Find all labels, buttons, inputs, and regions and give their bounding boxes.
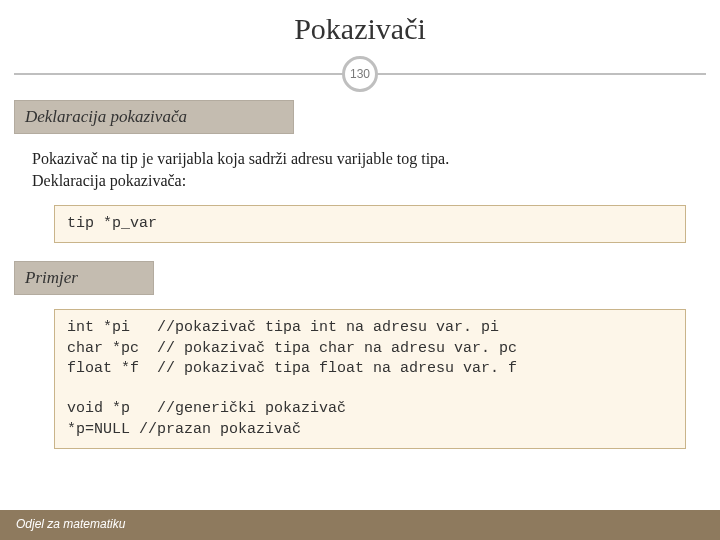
code-box-example: int *pi //pokazivač tipa int na adresu v… [54,309,686,449]
slide: Pokazivači 130 Deklaracija pokazivača Po… [0,0,720,540]
section-header-declaration: Deklaracija pokazivača [14,100,294,134]
section-header-example: Primjer [14,261,154,295]
page-title: Pokazivači [14,12,706,46]
title-divider: 130 [14,56,706,92]
body-line-1: Pokazivač na tip je varijabla koja sadrž… [32,150,449,167]
body-line-2: Deklaracija pokazivača: [32,172,186,189]
page-number-badge: 130 [342,56,378,92]
body-text: Pokazivač na tip je varijabla koja sadrž… [14,148,706,191]
footer: Odjel za matematiku [0,510,720,540]
code-box-syntax: tip *p_var [54,205,686,243]
